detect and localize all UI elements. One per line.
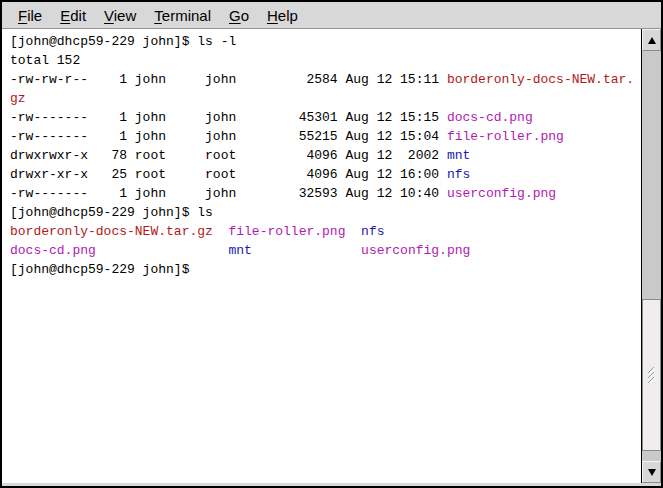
terminal-line: -rw------- 1 john john 32593 Aug 12 10:4…: [10, 184, 641, 203]
terminal-text-segment: userconfig.png: [361, 243, 470, 258]
terminal-text-segment: [213, 224, 229, 239]
terminal-line: total 152: [10, 51, 641, 70]
menu-go[interactable]: Go: [220, 4, 258, 27]
terminal-output[interactable]: [john@dhcp59-229 john]$ ls -ltotal 152-r…: [2, 29, 641, 483]
window-bottom-frame: [2, 483, 661, 486]
terminal-text-segment: borderonly-docs-NEW.tar.: [447, 72, 634, 87]
terminal-line: -rw------- 1 john john 45301 Aug 12 15:1…: [10, 108, 641, 127]
terminal-text-segment: file-roller.png: [447, 129, 564, 144]
menu-file-label: ile: [27, 7, 42, 24]
menu-help[interactable]: Help: [258, 4, 307, 27]
menu-go-label: o: [241, 7, 249, 24]
scrollbar-track[interactable]: [642, 51, 661, 461]
terminal-text-segment: nfs: [447, 167, 470, 182]
terminal-line: docs-cd.png mnt userconfig.png: [10, 241, 641, 260]
terminal-line: -rw------- 1 john john 55215 Aug 12 15:0…: [10, 127, 641, 146]
menu-terminal-label: erminal: [162, 7, 211, 24]
terminal-text-segment: [john@dhcp59-229 john]$ ls -l: [10, 34, 236, 49]
vertical-scrollbar[interactable]: [641, 29, 661, 483]
menu-view-mnemonic: V: [104, 7, 114, 24]
scroll-down-button[interactable]: [642, 461, 661, 483]
terminal-text-segment: total 152: [10, 53, 80, 68]
terminal-line: [john@dhcp59-229 john]$ ls: [10, 203, 641, 222]
terminal-text-segment: docs-cd.png: [447, 110, 533, 125]
terminal-text-segment: [252, 243, 361, 258]
scrollbar-gripper-icon: [646, 367, 658, 383]
scroll-down-icon: [648, 469, 656, 476]
menu-go-mnemonic: G: [229, 7, 241, 24]
terminal-text-segment: borderonly-docs-NEW.tar.gz: [10, 224, 213, 239]
terminal-line: -rw-rw-r-- 1 john john 2584 Aug 12 15:11…: [10, 70, 641, 89]
terminal-line: drwxrwxr-x 78 root root 4096 Aug 12 2002…: [10, 146, 641, 165]
terminal-line: gz: [10, 89, 641, 108]
terminal-text-segment: -rw-rw-r-- 1 john john 2584 Aug 12 15:11: [10, 72, 447, 87]
menu-file[interactable]: File: [9, 4, 51, 27]
terminal-text-segment: userconfig.png: [447, 186, 556, 201]
terminal-text-segment: docs-cd.png: [10, 243, 96, 258]
terminal-line: drwxr-xr-x 25 root root 4096 Aug 12 16:0…: [10, 165, 641, 184]
terminal-text-segment: -rw------- 1 john john 32593 Aug 12 10:4…: [10, 186, 447, 201]
terminal-text-segment: file-roller.png: [228, 224, 345, 239]
menu-view[interactable]: View: [95, 4, 145, 27]
menu-edit-mnemonic: E: [60, 7, 70, 24]
menu-edit-label: dit: [70, 7, 86, 24]
terminal-text-segment: [john@dhcp59-229 john]$: [10, 262, 197, 277]
scroll-up-icon: [648, 37, 656, 44]
terminal-text-segment: mnt: [447, 148, 470, 163]
terminal-text-segment: [john@dhcp59-229 john]$ ls: [10, 205, 213, 220]
scroll-up-button[interactable]: [642, 29, 661, 51]
menu-bar: File Edit View Terminal Go Help: [2, 2, 661, 29]
terminal-window: File Edit View Terminal Go Help [john@dh…: [0, 0, 663, 488]
terminal-line: [john@dhcp59-229 john]$: [10, 260, 641, 279]
terminal-text-segment: mnt: [228, 243, 251, 258]
menu-edit[interactable]: Edit: [51, 4, 95, 27]
terminal-text-segment: gz: [10, 91, 26, 106]
terminal-text-segment: drwxr-xr-x 25 root root 4096 Aug 12 16:0…: [10, 167, 447, 182]
terminal-text-segment: drwxrwxr-x 78 root root 4096 Aug 12 2002: [10, 148, 447, 163]
terminal-line: [john@dhcp59-229 john]$ ls -l: [10, 32, 641, 51]
terminal-content-area: [john@dhcp59-229 john]$ ls -ltotal 152-r…: [2, 29, 661, 483]
menu-terminal-mnemonic: T: [154, 7, 162, 24]
menu-help-mnemonic: H: [267, 7, 278, 24]
scrollbar-thumb[interactable]: [642, 299, 661, 451]
menu-view-label: iew: [114, 7, 137, 24]
terminal-text-segment: [345, 224, 361, 239]
menu-help-label: elp: [278, 7, 298, 24]
terminal-text-segment: nfs: [361, 224, 384, 239]
terminal-text-segment: -rw------- 1 john john 55215 Aug 12 15:0…: [10, 129, 447, 144]
terminal-text-segment: [96, 243, 229, 258]
terminal-text-segment: -rw------- 1 john john 45301 Aug 12 15:1…: [10, 110, 447, 125]
menu-terminal[interactable]: Terminal: [145, 4, 220, 27]
menu-file-mnemonic: F: [18, 7, 27, 24]
terminal-line: borderonly-docs-NEW.tar.gz file-roller.p…: [10, 222, 641, 241]
